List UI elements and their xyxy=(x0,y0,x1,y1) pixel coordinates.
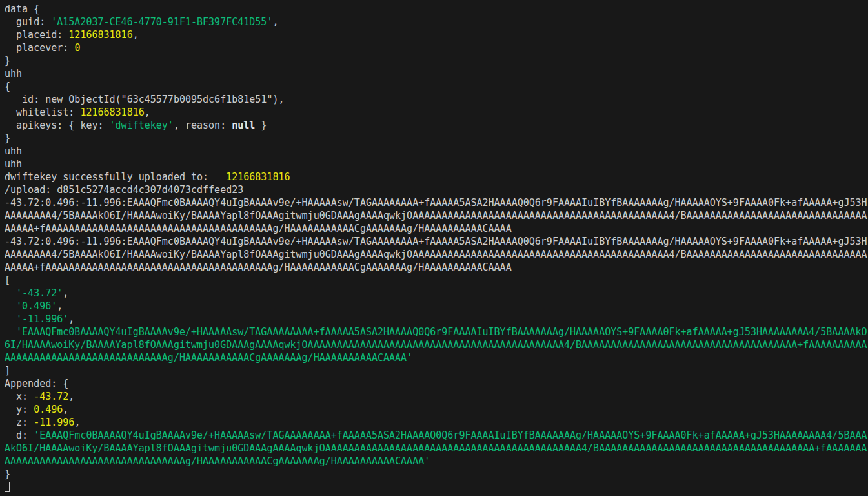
terminal-line: -43.72:0.496:-11.996:EAAAQFmc0BAAAAQY4uI… xyxy=(5,235,868,248)
terminal-text-segment: null xyxy=(232,119,255,131)
terminal-text-segment: uhh xyxy=(5,158,22,170)
terminal-text-segment: AkO6I/HAAAAwoiKy/BAAAAYapl8fOAAAgitwmju0… xyxy=(5,442,867,454)
terminal-line: placeid: 12166831816, xyxy=(5,28,868,41)
terminal-text-segment: Appended: { xyxy=(5,378,68,389)
terminal-text-segment: apikeys: { key: xyxy=(5,119,110,131)
terminal-text-segment: AAAAA+fAAAAAAAAAAAAAAAAAAAAAAAAAAAAAAAAA… xyxy=(5,223,512,234)
terminal-text-segment: '0.496' xyxy=(16,300,57,312)
terminal-text-segment: , reason: xyxy=(174,119,232,131)
terminal-text-segment: , xyxy=(133,29,139,41)
terminal-line: apikeys: { key: 'dwiftekey', reason: nul… xyxy=(5,119,868,132)
terminal-text-segment: -11.996 xyxy=(34,417,74,428)
terminal-line: } xyxy=(5,132,868,145)
terminal-line: y: 0.496, xyxy=(5,403,868,416)
terminal-line: AAAAAAAA4/5BAAAAkO6I/HAAAAwoiKy/BAAAAYap… xyxy=(5,209,868,222)
terminal-text-segment: dwiftekey successfully uploaded to: xyxy=(5,171,226,183)
terminal-text-segment: 12166831816 xyxy=(80,107,144,118)
terminal-text-segment: AAAAAAAA4/5BAAAAkO6I/HAAAAwoiKy/BAAAAYap… xyxy=(5,210,867,222)
terminal-line: AAAAAAAA4/5BAAAAkO6I/HAAAAwoiKy/BAAAAYap… xyxy=(5,248,868,261)
terminal-text-segment: } xyxy=(255,119,267,131)
terminal-text-segment: } xyxy=(5,55,10,67)
terminal-text-segment: x: xyxy=(5,391,34,402)
terminal-text-segment: 0.496 xyxy=(34,404,63,415)
terminal-line: guid: 'A15A2037-CE46-4770-91F1-BF397FC41… xyxy=(5,16,868,28)
terminal-output[interactable]: data { guid: 'A15A2037-CE46-4770-91F1-BF… xyxy=(0,0,868,496)
terminal-line: ] xyxy=(5,364,868,377)
terminal-line: AAAAA+fAAAAAAAAAAAAAAAAAAAAAAAAAAAAAAAAA… xyxy=(5,261,868,274)
terminal-text-segment: AAAAAAAA4/5BAAAAkO6I/HAAAAwoiKy/BAAAAYap… xyxy=(5,249,867,260)
terminal-line: uhh xyxy=(5,158,868,170)
terminal-text-segment: /upload: d851c5274accd4c307d4073cdffeed2… xyxy=(5,184,243,196)
terminal-text-segment: z: xyxy=(5,417,34,428)
terminal-line: _id: new ObjectId("63c45577b0095dc6f1b81… xyxy=(5,93,868,106)
terminal-text-segment: , xyxy=(63,404,68,415)
terminal-line: uhh xyxy=(5,145,868,158)
terminal-cursor-line xyxy=(5,480,868,493)
terminal-text-segment: , xyxy=(57,300,63,312)
terminal-text-segment: 12166831816 xyxy=(226,171,290,183)
terminal-line: '-11.996', xyxy=(5,313,868,326)
terminal-text-segment xyxy=(5,300,16,312)
terminal-text-segment: y: xyxy=(5,404,34,415)
terminal-text-segment: , xyxy=(74,417,80,428)
terminal-text-segment: placever: xyxy=(5,42,74,54)
terminal-line: { xyxy=(5,80,868,93)
terminal-text-segment: , xyxy=(68,391,74,402)
terminal-text-segment: uhh xyxy=(5,145,22,157)
terminal-line: 6I/HAAAAwoiKy/BAAAAYapl8fOAAAgitwmju0GDA… xyxy=(5,338,868,351)
terminal-text-segment: -43.72 xyxy=(34,391,68,402)
terminal-text-segment: 'EAAAQFmc0BAAAAQY4uIgBAAAAv9e/+HAAAAAsw/… xyxy=(16,326,867,338)
terminal-line: /upload: d851c5274accd4c307d4073cdffeed2… xyxy=(5,183,868,196)
terminal-text-segment: '-43.72' xyxy=(16,287,63,299)
terminal-text-segment: -43.72:0.496:-11.996:EAAAQFmc0BAAAAQY4uI… xyxy=(5,197,867,209)
terminal-line: } xyxy=(5,54,868,67)
terminal-text-segment: uhh xyxy=(5,68,22,79)
terminal-text-segment: '-11.996' xyxy=(16,313,68,325)
terminal-line: placever: 0 xyxy=(5,41,868,54)
terminal-line: z: -11.996, xyxy=(5,416,868,429)
terminal-text-segment: 12166831816 xyxy=(68,29,132,41)
terminal-text-segment: guid: xyxy=(5,16,51,28)
terminal-text-segment: AAAAAAAAAAAAAAAAAAAAAAAAAAAAg/HAAAAAAAAA… xyxy=(5,352,412,364)
terminal-text-segment: ] xyxy=(5,365,10,377)
terminal-text-segment: 6I/HAAAAwoiKy/BAAAAYapl8fOAAAgitwmju0GDA… xyxy=(5,339,867,351)
terminal-text-segment: 'EAAAQFmc0BAAAAQY4uIgBAAAAv9e/+HAAAAAsw/… xyxy=(34,429,867,441)
terminal-text-segment: { xyxy=(5,81,10,92)
terminal-line: AAAAA+fAAAAAAAAAAAAAAAAAAAAAAAAAAAAAAAAA… xyxy=(5,222,868,235)
terminal-line: '-43.72', xyxy=(5,287,868,300)
terminal-line: AAAAAAAAAAAAAAAAAAAAAAAAAAAAg/HAAAAAAAAA… xyxy=(5,351,868,364)
terminal-text-segment: , xyxy=(68,313,74,325)
terminal-text-segment: -43.72:0.496:-11.996:EAAAQFmc0BAAAAQY4uI… xyxy=(5,236,867,247)
terminal-line: Appended: { xyxy=(5,377,868,390)
terminal-text-segment xyxy=(5,313,16,325)
terminal-line: data { xyxy=(5,3,868,16)
terminal-text-segment: , xyxy=(63,287,68,299)
terminal-cursor xyxy=(5,482,10,492)
terminal-text-segment: , xyxy=(145,107,150,118)
terminal-text-segment: 'dwiftekey' xyxy=(110,119,174,131)
terminal-text-segment: , xyxy=(272,16,278,28)
terminal-text-segment: whitelist: xyxy=(5,107,80,118)
terminal-text-segment: [ xyxy=(5,274,10,286)
terminal-text-segment: AAAAA+fAAAAAAAAAAAAAAAAAAAAAAAAAAAAAAAAA… xyxy=(5,262,512,273)
terminal-line: x: -43.72, xyxy=(5,390,868,403)
terminal-text-segment: 0 xyxy=(74,42,80,54)
terminal-line: AkO6I/HAAAAwoiKy/BAAAAYapl8fOAAAgitwmju0… xyxy=(5,442,868,455)
terminal-text-segment xyxy=(5,326,16,338)
terminal-line: } xyxy=(5,468,868,480)
terminal-text-segment: data { xyxy=(5,3,39,15)
terminal-text-segment: d: xyxy=(5,429,34,441)
terminal-line: d: 'EAAAQFmc0BAAAAQY4uIgBAAAAv9e/+HAAAAA… xyxy=(5,429,868,442)
terminal-text-segment: } xyxy=(5,468,10,480)
terminal-line: dwiftekey successfully uploaded to: 1216… xyxy=(5,170,868,183)
terminal-line: -43.72:0.496:-11.996:EAAAQFmc0BAAAAQY4uI… xyxy=(5,196,868,209)
terminal-text-segment xyxy=(5,287,16,299)
terminal-line: uhh xyxy=(5,67,868,80)
terminal-line: whitelist: 12166831816, xyxy=(5,106,868,119)
terminal-line: 'EAAAQFmc0BAAAAQY4uIgBAAAAv9e/+HAAAAAsw/… xyxy=(5,326,868,338)
terminal-line: AAAAAAAAAAAAAAAAAAAAAAAAAAAAAAAg/HAAAAAA… xyxy=(5,455,868,468)
terminal-text-segment: _id: new ObjectId("63c45577b0095dc6f1b81… xyxy=(5,94,284,105)
terminal-text-segment: 'A15A2037-CE46-4770-91F1-BF397FC41D55' xyxy=(51,16,272,28)
terminal-line: '0.496', xyxy=(5,300,868,313)
terminal-text-segment: placeid: xyxy=(5,29,68,41)
